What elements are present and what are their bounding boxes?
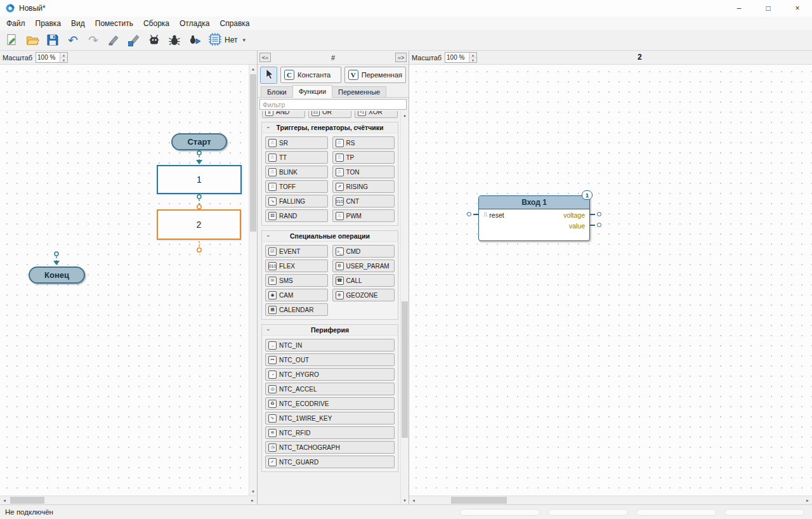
redo-button[interactable]: ↷	[84, 31, 103, 49]
menu-item[interactable]: Файл	[1, 16, 30, 30]
block-item-rising[interactable]: ↗RISING	[332, 180, 395, 193]
block-item-ntc-accel[interactable]: ◎NTC_ACCEL	[265, 383, 395, 395]
menu-item[interactable]: Вид	[66, 16, 90, 30]
spin-down-icon[interactable]: ▼	[469, 58, 476, 62]
open-button[interactable]	[23, 31, 42, 49]
block-item-and[interactable]: &AND	[262, 111, 305, 118]
block-item-blink[interactable]: ⎍BLINK	[265, 166, 328, 178]
block-item-ntc-1wire-key[interactable]: ∿NTC_1WIRE_KEY	[265, 412, 395, 424]
zoom-input[interactable]	[36, 53, 60, 62]
block-item-call[interactable]: ☎CALL	[332, 274, 395, 287]
flow-node-end[interactable]: Конец	[29, 266, 85, 284]
block-item-flex[interactable]: 010FLEX	[265, 260, 328, 272]
input-pin-dot[interactable]	[467, 212, 471, 216]
block-item-or[interactable]: ≥1OR	[308, 111, 351, 118]
close-button[interactable]: ×	[783, 0, 812, 16]
toolbox-tab[interactable]: Переменные	[332, 86, 386, 97]
scrollbar-thumb[interactable]	[402, 301, 408, 438]
flowchart-horizontal-scrollbar[interactable]: ◄ ►	[0, 496, 257, 504]
menu-item[interactable]: Сборка	[138, 16, 174, 30]
spin-up-icon[interactable]: ▲	[60, 53, 67, 58]
block-item-sr[interactable]: ⎍SR	[265, 136, 328, 149]
scrollbar-thumb[interactable]	[451, 497, 507, 504]
menu-item[interactable]: Отладка	[174, 16, 214, 30]
block-item-ntc-hygro[interactable]: ◔NTC_HYGRO	[265, 368, 395, 381]
collapse-right-button[interactable]: =>	[395, 53, 407, 62]
output-pin-dot[interactable]	[597, 212, 601, 216]
scrollbar-thumb[interactable]	[10, 497, 44, 504]
block-item-rs[interactable]: ⎍RS	[332, 136, 395, 149]
debug-run-button[interactable]	[185, 31, 204, 49]
scrollbar-thumb[interactable]	[250, 74, 256, 232]
block-item-sms[interactable]: ✉SMS	[265, 274, 328, 287]
scrollbar-track[interactable]	[418, 496, 803, 504]
flow-node-1[interactable]: 1	[157, 165, 242, 194]
section-header[interactable]: ⌄Специальные операции	[262, 231, 398, 242]
scene-canvas[interactable]: 1 Вход 1 ⎍reset voltage value	[409, 65, 812, 496]
scene-horizontal-scrollbar[interactable]: ◄ ►	[409, 496, 812, 504]
scroll-left-icon[interactable]: ◄	[0, 496, 9, 504]
block-item-pwm[interactable]: ⎍PWM	[332, 209, 395, 222]
block-item-user-param[interactable]: ⚙USER_PARAM	[332, 260, 395, 272]
input-pin-stub[interactable]	[473, 214, 478, 215]
scroll-up-icon[interactable]: ▲	[401, 111, 409, 119]
add-variable-button[interactable]: V Переменная	[344, 67, 406, 83]
block-item-ntc-ecodrive[interactable]: ♻NTC_ECODRIVE	[265, 397, 395, 410]
block-item-ntc-rfid[interactable]: ≋NTC_RFID	[265, 426, 395, 439]
block-item-ntc-in[interactable]: →NTC_IN	[265, 339, 395, 351]
section-header[interactable]: ⌄Триггеры, генераторы, счётчики	[262, 122, 398, 133]
block-list-scrollbar[interactable]: ▲ ▼	[400, 111, 409, 504]
block-item-ntc-tachograph[interactable]: ◷NTC_TACHOGRAPH	[265, 441, 395, 454]
filter-input[interactable]	[259, 99, 407, 110]
block-item-ntc-out[interactable]: ↦NTC_OUT	[265, 353, 395, 366]
output-pin-dot[interactable]	[597, 223, 601, 227]
undo-button[interactable]: ↶	[63, 31, 82, 49]
toolbox-tab[interactable]: Блоки	[261, 86, 293, 97]
block-item-rand[interactable]: ⚄RAND	[265, 209, 328, 222]
minimize-button[interactable]: –	[724, 0, 754, 16]
flow-node-2[interactable]: 2	[157, 209, 241, 240]
flowchart-vertical-scrollbar[interactable]: ▲ ▼	[249, 65, 257, 496]
spin-down-icon[interactable]: ▼	[60, 58, 67, 62]
new-file-button[interactable]	[3, 31, 22, 49]
scroll-down-icon[interactable]: ▼	[249, 487, 257, 496]
block-item-ton[interactable]: ⎍TON	[332, 166, 395, 178]
save-button[interactable]	[43, 31, 62, 49]
robot-icon-button[interactable]	[145, 31, 164, 49]
select-tool-button[interactable]	[260, 67, 277, 84]
scroll-right-icon[interactable]: ►	[803, 496, 812, 504]
scroll-right-icon[interactable]: ►	[248, 496, 257, 504]
flow-node-start[interactable]: Старт	[171, 133, 227, 150]
debug-button[interactable]	[165, 31, 184, 49]
spin-up-icon[interactable]: ▲	[469, 53, 476, 58]
block-item-xor[interactable]: =1XOR	[355, 111, 398, 118]
build-button[interactable]	[104, 31, 123, 49]
section-header[interactable]: ⌄Периферия	[262, 325, 398, 336]
output-pin-stub[interactable]	[590, 214, 595, 215]
block-item-tt[interactable]: ⎍TT	[265, 151, 328, 164]
block-item-cmd[interactable]: >_CMD	[332, 245, 395, 258]
block-item-toff[interactable]: ⎍TOFF	[265, 180, 328, 193]
scroll-left-icon[interactable]: ◄	[409, 496, 418, 504]
block-item-falling[interactable]: ↘FALLING	[265, 195, 328, 207]
block-item-cam[interactable]: ◉CAM	[265, 289, 328, 301]
build-upload-button[interactable]	[124, 31, 143, 49]
zoom-input[interactable]	[445, 53, 469, 62]
maximize-button[interactable]: □	[754, 0, 783, 16]
menu-item[interactable]: Правка	[30, 16, 67, 30]
flowchart-canvas[interactable]: Старт 1 2 Конец ▲ ▼	[0, 65, 257, 496]
menu-item[interactable]: Справка	[214, 16, 254, 30]
add-constant-button[interactable]: C Константа	[280, 67, 341, 83]
block-item-cnt[interactable]: 010CNT	[332, 195, 395, 207]
block-item-tp[interactable]: ⎍TP	[332, 151, 395, 164]
block-item-calendar[interactable]: ▦CALENDAR	[265, 303, 328, 316]
block-item-geozone[interactable]: ⊕GEOZONE	[332, 289, 395, 301]
scene-block-input1[interactable]: 1 Вход 1 ⎍reset voltage value	[478, 195, 590, 241]
block-item-ntc-guard[interactable]: ✓NTC_GUARD	[265, 456, 395, 468]
menu-item[interactable]: Поместить	[90, 16, 138, 30]
device-select[interactable]: Нет ▾	[206, 31, 248, 49]
collapse-left-button[interactable]: <=	[259, 53, 271, 62]
output-pin-stub[interactable]	[590, 225, 595, 226]
scroll-down-icon[interactable]: ▼	[401, 496, 409, 504]
toolbox-tab[interactable]: Функции	[292, 85, 332, 98]
